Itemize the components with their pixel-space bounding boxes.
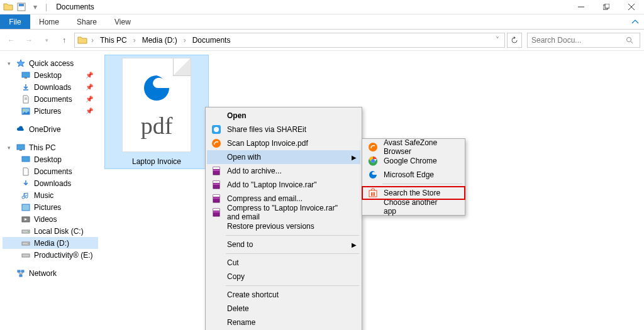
svg-rect-9 bbox=[22, 72, 30, 77]
breadcrumb-separator[interactable]: › bbox=[132, 36, 137, 45]
desktop-icon bbox=[21, 155, 30, 164]
svg-point-30 bbox=[214, 127, 219, 132]
sidebar-item-videos[interactable]: Videos bbox=[3, 213, 98, 225]
menu-item[interactable]: Rename bbox=[207, 316, 360, 329]
sidebar-item-local-disk-c[interactable]: Local Disk (C:) bbox=[3, 225, 98, 237]
sidebar-item-desktop[interactable]: Desktop 📌 bbox=[3, 69, 98, 81]
svg-point-24 bbox=[28, 243, 29, 244]
titlebar-separator: | bbox=[45, 3, 47, 11]
svg-rect-36 bbox=[213, 181, 219, 183]
menu-item[interactable]: Compress to "Laptop Invoice.rar" and ema… bbox=[207, 206, 360, 219]
edge-icon bbox=[367, 169, 379, 180]
sidebar-onedrive[interactable]: OneDrive bbox=[3, 123, 98, 135]
sidebar-item-documents[interactable]: Documents bbox=[3, 165, 98, 177]
menu-item[interactable]: Cut bbox=[207, 256, 360, 270]
menu-item[interactable]: Send to▶ bbox=[207, 238, 360, 251]
search-box[interactable] bbox=[527, 33, 640, 48]
svg-rect-10 bbox=[25, 77, 27, 79]
address-dropdown-icon[interactable]: ˅ bbox=[493, 36, 502, 45]
sidebar-item-music[interactable]: Music bbox=[3, 189, 98, 201]
file-ext-label: pdf bbox=[141, 112, 173, 140]
svg-rect-40 bbox=[213, 197, 219, 199]
breadcrumb[interactable]: Documents bbox=[190, 36, 233, 45]
sidebar-item-media-d[interactable]: Media (D:) bbox=[3, 237, 98, 249]
sidebar-item-label: Pictures bbox=[34, 107, 61, 116]
menu-item[interactable]: Add to "Laptop Invoice.rar" bbox=[207, 178, 360, 192]
menu-item-label: Open with bbox=[227, 153, 261, 162]
edge-logo-icon bbox=[139, 70, 174, 106]
menu-item[interactable]: Share files via SHAREit bbox=[207, 123, 360, 136]
menu-item-label: Open bbox=[227, 111, 247, 120]
sidebar-item-documents[interactable]: Documents 📌 bbox=[3, 93, 98, 105]
svg-rect-16 bbox=[17, 145, 25, 150]
tab-home[interactable]: Home bbox=[30, 14, 68, 29]
breadcrumb[interactable]: Media (D:) bbox=[140, 36, 180, 45]
close-button[interactable] bbox=[619, 0, 644, 14]
menu-item[interactable]: Create shortcut bbox=[207, 288, 360, 302]
menu-item[interactable]: Scan Laptop Invoice.pdf bbox=[207, 136, 360, 150]
pin-icon: 📌 bbox=[86, 72, 93, 79]
maximize-button[interactable] bbox=[594, 0, 619, 14]
document-icon bbox=[21, 95, 30, 104]
tab-share[interactable]: Share bbox=[68, 14, 106, 29]
sidebar-item-downloads[interactable]: Downloads bbox=[3, 177, 98, 189]
desktop-icon bbox=[21, 71, 30, 80]
menu-item[interactable]: Add to archive... bbox=[207, 164, 360, 178]
menu-item[interactable]: Delete bbox=[207, 302, 360, 316]
breadcrumb-separator[interactable]: › bbox=[182, 36, 187, 45]
download-icon bbox=[21, 83, 30, 92]
sidebar-item-productivity-e[interactable]: Productivity® (E:) bbox=[3, 249, 98, 261]
chrome-icon bbox=[367, 155, 379, 167]
address-bar[interactable]: › This PC › Media (D:) › Documents ˅ bbox=[74, 33, 505, 48]
qat-save-icon[interactable] bbox=[15, 1, 28, 13]
sidebar-item-desktop[interactable]: Desktop bbox=[3, 153, 98, 165]
file-thumbnail: pdf bbox=[122, 58, 191, 152]
avast-icon bbox=[211, 138, 222, 149]
svg-rect-26 bbox=[18, 270, 20, 272]
file-item-selected[interactable]: pdf Laptop Invoice bbox=[104, 55, 209, 169]
svg-rect-28 bbox=[19, 275, 22, 277]
star-icon bbox=[16, 59, 25, 68]
menu-item-label: Share files via SHAREit bbox=[227, 125, 306, 134]
submenu-item-label: Choose another app bbox=[384, 198, 443, 216]
submenu-item[interactable]: Choose another app bbox=[364, 200, 464, 214]
navigation-pane[interactable]: ▾ Quick access Desktop 📌 Downloads 📌 Doc… bbox=[0, 51, 101, 330]
submenu-item[interactable]: Google Chrome bbox=[364, 154, 464, 168]
refresh-button[interactable] bbox=[507, 33, 522, 48]
back-button[interactable]: ← bbox=[4, 33, 19, 48]
winrar-icon bbox=[211, 179, 222, 190]
submenu-item[interactable]: Avast SafeZone Browser bbox=[364, 140, 464, 154]
qat-dropdown-icon[interactable]: ▾ bbox=[29, 1, 42, 13]
sidebar-this-pc[interactable]: ▾ This PC bbox=[3, 141, 98, 153]
pin-icon: 📌 bbox=[86, 84, 93, 91]
search-icon[interactable] bbox=[626, 36, 633, 44]
menu-item[interactable]: Copy bbox=[207, 270, 360, 283]
menu-item-label: Delete bbox=[227, 304, 249, 313]
tab-view[interactable]: View bbox=[106, 14, 140, 29]
sidebar-quick-access[interactable]: ▾ Quick access bbox=[3, 57, 98, 69]
menu-divider bbox=[226, 285, 359, 286]
shareit-icon bbox=[211, 124, 222, 135]
menu-item[interactable]: Open with▶ bbox=[207, 150, 360, 164]
sidebar-item-pictures[interactable]: Pictures bbox=[3, 201, 98, 213]
minimize-button[interactable] bbox=[569, 0, 594, 14]
menu-item[interactable]: Restore previous versions bbox=[207, 219, 360, 233]
svg-rect-33 bbox=[213, 167, 219, 169]
file-tab[interactable]: File bbox=[0, 14, 30, 29]
breadcrumb-separator[interactable]: › bbox=[90, 36, 95, 45]
sidebar-item-pictures[interactable]: Pictures 📌 bbox=[3, 105, 98, 117]
forward-button[interactable]: → bbox=[21, 33, 36, 48]
up-button[interactable]: ↑ bbox=[57, 33, 72, 48]
download-icon bbox=[21, 179, 30, 188]
search-input[interactable] bbox=[531, 36, 626, 45]
menu-item-label: Create shortcut bbox=[227, 290, 279, 299]
recent-dropdown-icon[interactable]: ▾ bbox=[39, 33, 54, 48]
sidebar-item-downloads[interactable]: Downloads 📌 bbox=[3, 81, 98, 93]
ribbon-toggle-icon[interactable] bbox=[631, 14, 644, 29]
network-icon bbox=[16, 269, 25, 278]
breadcrumb[interactable]: This PC bbox=[97, 36, 130, 45]
submenu-item[interactable]: Microsoft Edge bbox=[364, 168, 464, 182]
menu-item[interactable]: Open bbox=[207, 109, 360, 123]
sidebar-item-label: Documents bbox=[34, 167, 72, 176]
sidebar-network[interactable]: Network bbox=[3, 267, 98, 279]
